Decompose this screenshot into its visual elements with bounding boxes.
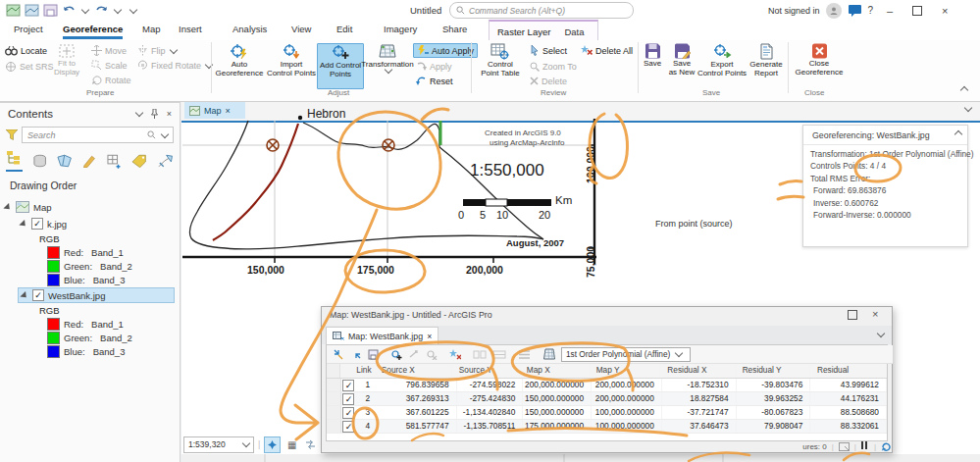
transformation-dropdown[interactable]: 1st Order Polynomial (Affine) [561, 347, 691, 362]
map-scale-dropdown[interactable]: 1:539,320 [183, 436, 254, 453]
row-checkbox[interactable]: ✓ [342, 393, 354, 405]
delete-point-icon[interactable] [426, 349, 438, 360]
from-point-source-label: From point (source) [655, 219, 733, 229]
grid-label-200000: 200,000 [466, 264, 503, 276]
grid-label-75000: 75,000 [585, 246, 596, 278]
table-tab[interactable]: Map: WestBank.jpg × [326, 327, 438, 345]
flip-xy-icon[interactable] [303, 437, 318, 452]
scalebar-tick: 20 [539, 209, 550, 221]
table-content: 1st Order Polynomial (Affine) Link Sourc… [326, 344, 888, 441]
georef-transformation: Transformation: 1st Order Polynomial (Af… [803, 145, 967, 160]
col-residual-y[interactable]: Residual Y [736, 364, 810, 378]
pan-to-selected-icon[interactable] [350, 349, 362, 360]
swap-map-icon[interactable] [492, 349, 506, 360]
col-map-x[interactable]: Map X [520, 364, 590, 378]
delete-all-points-icon[interactable] [449, 349, 461, 360]
pause-updates-icon[interactable] [861, 441, 869, 451]
georef-forward: Forward: 69.863876 [803, 184, 967, 196]
scalebar-unit: Km [555, 194, 572, 206]
table-window-title: Map: WestBank.jpg - Untitled - ArcGIS Pr… [330, 310, 492, 320]
table-header-row: Link Source X Source Y Map X Map Y Resid… [327, 364, 887, 379]
selection-mode-icon[interactable] [839, 442, 850, 451]
control-point-table: Link Source X Source Y Map X Map Y Resid… [327, 364, 887, 434]
col-residual-x[interactable]: Residual X [660, 364, 735, 378]
row-checkbox[interactable]: ✓ [342, 380, 354, 391]
tab-menu-icon[interactable] [877, 330, 885, 337]
grid-label-175000: 175,000 [357, 264, 394, 276]
add-point-icon[interactable] [390, 349, 402, 360]
table-row[interactable]: ✓ 2 367.269313 -275.424830 150,000.00000… [327, 392, 887, 406]
list-view-icon[interactable] [518, 349, 531, 360]
map-credit-line1: Created in ArcGIS 9.0 [485, 128, 561, 137]
map-date: August, 2007 [506, 237, 564, 248]
georef-control-points: Controls Points: 4 / 4 [803, 160, 967, 172]
window-maximize-icon[interactable] [848, 310, 857, 322]
georef-rms-heading: Total RMS Error: [803, 173, 967, 184]
table-toolbar: 1st Order Polynomial (Affine) [327, 345, 893, 364]
swap-source-icon[interactable] [473, 349, 487, 360]
row-checkbox[interactable]: ✓ [342, 407, 354, 419]
save-table-icon[interactable] [368, 349, 379, 360]
scalebar-tick: 10 [496, 209, 508, 221]
col-residual[interactable]: Residual [810, 364, 887, 378]
grid-label-100000: 100,000 [585, 146, 596, 183]
arcgis-pro-window: Untitled Command Search (Alt+Q) Not sign… [0, 0, 980, 462]
col-link[interactable]: Link [353, 364, 375, 378]
table-row[interactable]: ✓ 1 796.839658 -274.598022 200,000.00000… [327, 379, 887, 392]
table-status-bar: ures: 0 | | | [322, 441, 900, 451]
grid-label-150000: 150,000 [247, 264, 284, 276]
navigate-tool-icon[interactable] [264, 436, 281, 453]
col-map-y[interactable]: Map Y [590, 364, 661, 378]
grid-toggle-icon[interactable]: ▦ [284, 437, 299, 452]
close-tab-icon[interactable]: × [427, 332, 432, 341]
transformation-grid-icon[interactable] [542, 348, 555, 360]
georef-inverse: Inverse: 0.600762 [803, 196, 967, 208]
green-line-road [213, 124, 298, 240]
scalebar-segment [486, 199, 507, 206]
move-point-icon[interactable] [408, 349, 420, 360]
map-label-hebron: Hebron [307, 107, 345, 121]
window-close-icon[interactable]: × [872, 308, 878, 320]
table-row[interactable]: ✓ 4 581.577747 -1,135.708511 175,000.000… [327, 420, 887, 434]
georef-panel-title: Georeferencing: WestBank.jpg [803, 126, 967, 145]
row-checkbox[interactable]: ✓ [342, 421, 354, 433]
refresh-icon[interactable] [881, 441, 892, 451]
table-status-text: ures: 0 [802, 442, 826, 451]
georef-forward-inverse: Forward-Inverse: 0.000000 [803, 209, 967, 221]
table-tab-row: Map: WestBank.jpg × [322, 326, 892, 344]
map-credit-line2: using ArcMap-ArcInfo [490, 138, 564, 147]
control-point-table-window: Map: WestBank.jpg - Untitled - ArcGIS Pr… [321, 306, 893, 453]
zoom-to-selected-icon[interactable] [333, 349, 344, 360]
col-source-y[interactable]: Source Y [452, 364, 520, 378]
georeferencing-info-panel: Georeferencing: WestBank.jpg Transformat… [802, 125, 968, 247]
table-row[interactable]: ✓ 3 367.601225 -1,134.402840 150,000.000… [327, 406, 887, 420]
scalebar-tick: 5 [480, 209, 486, 221]
cp-table-tab-icon [333, 332, 344, 341]
hebron-dot [298, 116, 302, 120]
col-source-x[interactable]: Source X [375, 364, 452, 378]
map-scale-text: 1:550,000 [470, 161, 544, 180]
scalebar-tick: 0 [458, 209, 464, 221]
